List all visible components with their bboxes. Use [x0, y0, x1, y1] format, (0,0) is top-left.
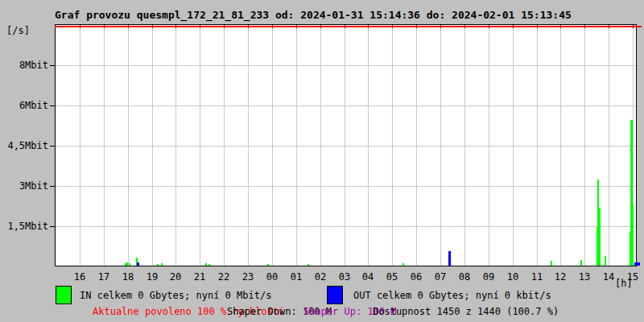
- y-tick-mark: [50, 65, 55, 66]
- x-tick-label: 23: [236, 271, 260, 283]
- x-gridline: [464, 25, 465, 266]
- x-tick-label: 03: [332, 271, 357, 283]
- traffic-bar-in: [599, 208, 601, 266]
- x-tick-label: 11: [525, 271, 549, 283]
- y-gridline: [56, 146, 636, 147]
- x-gridline: [368, 25, 369, 266]
- x-tick-label: 13: [572, 271, 597, 283]
- x-gridline: [416, 25, 417, 266]
- x-gridline: [104, 25, 105, 266]
- x-gridline: [152, 25, 153, 266]
- limit-line: [55, 26, 642, 27]
- x-gridline: [296, 25, 297, 266]
- y-tick-label: 3Mbit: [0, 180, 50, 192]
- legend-out-swatch: [327, 286, 343, 304]
- x-tick-label: 06: [404, 271, 428, 283]
- traffic-bar-in: [308, 264, 309, 266]
- availability-text: Dostupnost 1450 z 1440 (100.7 %): [373, 306, 559, 317]
- traffic-bar-out: [137, 262, 139, 266]
- x-gridline: [537, 25, 538, 266]
- x-tick-label: 21: [188, 271, 212, 283]
- y-tick-label: 6Mbit: [0, 100, 50, 112]
- x-tick-label: 18: [116, 271, 140, 283]
- x-tick-label: 15: [621, 271, 644, 283]
- y-tick-mark: [50, 186, 55, 187]
- x-tick-label: 04: [356, 271, 380, 283]
- y-tick-label: 8Mbit: [0, 60, 50, 72]
- x-gridline: [248, 25, 249, 266]
- x-gridline: [80, 25, 80, 266]
- x-gridline: [175, 25, 176, 266]
- legend-in-swatch: [56, 286, 72, 304]
- traffic-bar-in: [580, 260, 582, 266]
- x-tick-label: 02: [308, 271, 332, 283]
- traffic-bar-in: [205, 263, 207, 266]
- x-tick-label: 12: [548, 271, 572, 283]
- y-axis-unit-label: [/s]: [6, 25, 30, 36]
- traffic-bar-out: [634, 262, 640, 266]
- traffic-bar-in: [633, 205, 634, 266]
- x-gridline: [584, 25, 585, 266]
- x-tick-label: 09: [477, 271, 501, 283]
- graph-title: Graf provozu quesmpl_172_21_81_233 od: 2…: [55, 9, 572, 21]
- x-tick-label: 05: [380, 271, 404, 283]
- x-tick-label: 10: [501, 271, 525, 283]
- traffic-bar-in: [551, 261, 552, 266]
- x-tick-label: 16: [68, 271, 92, 283]
- y-tick-mark: [50, 105, 55, 106]
- x-gridline: [320, 25, 321, 266]
- traffic-bar-in: [157, 264, 159, 266]
- x-gridline: [392, 25, 393, 266]
- y-tick-label: 4,5Mbit: [0, 140, 50, 152]
- x-tick-label: 00: [260, 271, 284, 283]
- x-gridline: [272, 25, 273, 266]
- x-tick-label: 07: [428, 271, 452, 283]
- x-tick-label: 22: [212, 271, 236, 283]
- y-tick-label: 1,5Mbit: [0, 221, 50, 233]
- traffic-bar-in: [605, 256, 606, 266]
- plot-area: [55, 24, 637, 266]
- traffic-bar-in: [267, 264, 269, 266]
- y-tick-mark: [50, 146, 55, 147]
- x-gridline: [609, 25, 609, 266]
- traffic-bar-in: [402, 263, 404, 266]
- x-gridline: [560, 25, 561, 266]
- y-gridline: [56, 186, 636, 187]
- x-tick-label: 01: [284, 271, 308, 283]
- legend-out-label: OUT celkem 0 Gbytes; nyní 0 kbit/s: [353, 290, 551, 301]
- x-gridline: [200, 25, 200, 266]
- x-gridline: [128, 25, 129, 266]
- x-tick-label: 08: [452, 271, 477, 283]
- traffic-bar-out: [448, 251, 451, 266]
- y-gridline: [56, 65, 636, 66]
- y-gridline: [56, 226, 636, 227]
- y-gridline: [56, 105, 636, 106]
- x-gridline: [513, 25, 514, 266]
- x-tick-label: 14: [597, 271, 621, 283]
- x-tick-label: 19: [140, 271, 164, 283]
- x-gridline: [489, 25, 489, 266]
- x-tick-label: 17: [92, 271, 116, 283]
- y-tick-mark: [50, 226, 55, 227]
- x-tick-label: 20: [163, 271, 188, 283]
- traffic-bar-in: [208, 264, 210, 266]
- x-gridline: [345, 25, 345, 266]
- traffic-bar-in: [161, 263, 163, 266]
- traffic-bar-in: [129, 263, 130, 266]
- traffic-graph-page: Graf provozu quesmpl_172_21_81_233 od: 2…: [0, 0, 644, 322]
- traffic-bar-in: [126, 262, 128, 266]
- x-gridline: [224, 25, 225, 266]
- legend-in-label: IN celkem 0 Gbytes; nyní 0 Mbit/s: [80, 290, 271, 301]
- x-gridline: [440, 25, 441, 266]
